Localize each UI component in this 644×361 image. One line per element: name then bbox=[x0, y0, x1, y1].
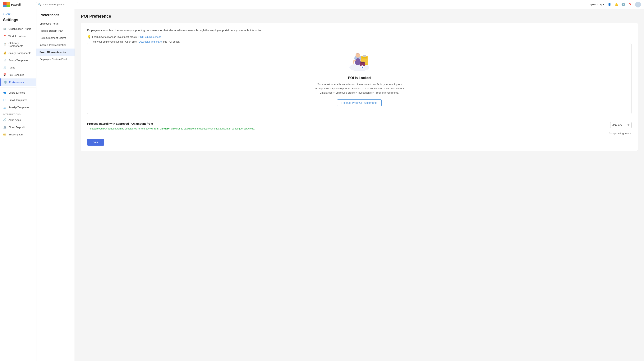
subscription-icon: 💳 bbox=[3, 133, 6, 136]
bell-icon[interactable]: 🔔 bbox=[614, 3, 618, 7]
back-link[interactable]: ‹ BACK bbox=[0, 12, 36, 17]
topnav: Payroll 🔍 ▾ Zylker Corp ▾ 👤 🔔 ⚙️ ❓ bbox=[0, 0, 644, 9]
learn-icon: 💡 bbox=[87, 35, 91, 39]
sidebar-item-zoho-apps[interactable]: 🔗 Zoho Apps bbox=[0, 116, 36, 124]
learn-text: Learn how to manage investment proofs. bbox=[92, 36, 138, 38]
sidebar-item-users-roles[interactable]: 👥 Users & Roles bbox=[0, 89, 36, 96]
sidebar-divider bbox=[0, 87, 36, 88]
zoho-apps-icon: 🔗 bbox=[3, 118, 6, 122]
direct-deposit-icon: 🏦 bbox=[3, 125, 6, 129]
poi-illustration bbox=[348, 51, 371, 72]
integrations-label: INTEGRATIONS bbox=[0, 111, 36, 116]
email-icon: ✉️ bbox=[3, 98, 6, 102]
sidebar-item-salary-components[interactable]: 💰 Salary Components bbox=[0, 49, 36, 57]
process-green-text: The approved POI amount will be consider… bbox=[87, 127, 606, 131]
sidebar-label-users-roles: Users & Roles bbox=[8, 91, 25, 94]
sidebar-item-direct-deposit[interactable]: 🏦 Direct Deposit bbox=[0, 124, 36, 131]
gear-icon[interactable]: ⚙️ bbox=[622, 3, 625, 7]
sidebar-item-statutory-components[interactable]: 📋 Statutory Components bbox=[0, 40, 36, 49]
svg-rect-8 bbox=[363, 55, 366, 57]
sidebar: ‹ BACK Settings 🏢 Organisation Profile 📍… bbox=[0, 9, 36, 361]
mid-panel-title: Preferences bbox=[36, 13, 74, 20]
process-payroll-section: Process payroll with approved POI amount… bbox=[87, 118, 632, 146]
back-arrow-icon: ‹ bbox=[3, 12, 4, 15]
sidebar-item-preferences[interactable]: ⚙️ Preferences bbox=[0, 79, 36, 86]
mid-item-flexible-benefit-plan[interactable]: Flexible Benefit Plan bbox=[36, 27, 74, 34]
sidebar-label-salary-components: Salary Components bbox=[8, 52, 31, 55]
payslip-icon: 🧾 bbox=[3, 106, 6, 109]
app-title: Payroll bbox=[11, 3, 21, 6]
sidebar-item-pay-schedule[interactable]: 📅 Pay Schedule bbox=[0, 71, 36, 79]
avatar[interactable] bbox=[635, 2, 641, 8]
sidebar-label-taxes: Taxes bbox=[8, 66, 15, 69]
sidebar-item-work-locations[interactable]: 📍 Work Locations bbox=[0, 33, 36, 40]
salary-comp-icon: 💰 bbox=[3, 51, 6, 55]
sidebar-label-statutory-components: Statutory Components bbox=[8, 42, 33, 47]
sidebar-label-work-locations: Work Locations bbox=[8, 35, 26, 38]
search-input[interactable] bbox=[45, 3, 76, 6]
preferences-icon: ⚙️ bbox=[4, 80, 7, 84]
svg-rect-6 bbox=[362, 59, 368, 59]
sidebar-label-pay-schedule: Pay Schedule bbox=[8, 74, 24, 76]
sidebar-label-payslip-templates: Payslip Templates bbox=[8, 106, 29, 109]
nav-right: Zylker Corp ▾ 👤 🔔 ⚙️ ❓ bbox=[590, 2, 641, 8]
help-text: Help your employees submit POI on time. bbox=[92, 40, 138, 43]
content-area: POI Preference Employees can submit the … bbox=[75, 9, 644, 361]
process-title: Process payroll with approved POI amount… bbox=[87, 122, 606, 125]
main-card: Employees can submit the necessary suppo… bbox=[81, 23, 638, 151]
sidebar-label-preferences: Preferences bbox=[9, 81, 24, 84]
chevron-down-icon: ▾ bbox=[603, 3, 604, 6]
company-name: Zylker Corp bbox=[590, 3, 602, 6]
svg-rect-5 bbox=[362, 57, 368, 58]
download-share-link[interactable]: Download and share bbox=[139, 40, 162, 43]
save-button[interactable]: Save bbox=[87, 139, 104, 146]
statutory-icon: 📋 bbox=[3, 43, 6, 46]
company-selector[interactable]: Zylker Corp ▾ bbox=[590, 3, 604, 6]
location-icon: 📍 bbox=[3, 34, 6, 38]
mid-item-proof-of-investments[interactable]: Proof Of Investments bbox=[36, 49, 74, 56]
main-layout: ‹ BACK Settings 🏢 Organisation Profile 📍… bbox=[0, 9, 644, 361]
help-suffix: this POI ebook. bbox=[163, 40, 180, 43]
sidebar-label-zoho-apps: Zoho Apps bbox=[8, 119, 21, 121]
sidebar-item-salary-templates[interactable]: 📄 Salary Templates bbox=[0, 57, 36, 64]
back-label: BACK bbox=[5, 13, 12, 15]
sidebar-item-taxes[interactable]: 🧾 Taxes bbox=[0, 64, 36, 71]
pay-schedule-icon: 📅 bbox=[3, 73, 6, 77]
taxes-icon: 🧾 bbox=[3, 66, 6, 69]
sidebar-title: Settings bbox=[0, 17, 36, 25]
process-right: January February March April May June Ju… bbox=[610, 122, 632, 128]
release-poi-button[interactable]: Release Proof Of Investments bbox=[337, 99, 382, 106]
sidebar-label-organisation-profile: Organisation Profile bbox=[8, 28, 31, 30]
poi-card-desc: You are yet to enable submission of inve… bbox=[314, 82, 406, 95]
salary-tmpl-icon: 📄 bbox=[3, 59, 6, 62]
month-select[interactable]: January February March April May June Ju… bbox=[610, 122, 632, 128]
organisation-icon: 🏢 bbox=[3, 27, 6, 31]
mid-item-employee-portal[interactable]: Employee Portal bbox=[36, 20, 74, 27]
mid-item-reimbursement-claims[interactable]: Reimbursement Claims bbox=[36, 34, 74, 42]
help-icon[interactable]: ❓ bbox=[628, 3, 632, 7]
sidebar-item-organisation-profile[interactable]: 🏢 Organisation Profile bbox=[0, 25, 36, 33]
sidebar-item-subscription[interactable]: 💳 Subscription bbox=[0, 131, 36, 138]
sidebar-item-payslip-templates[interactable]: 🧾 Payslip Templates bbox=[0, 104, 36, 111]
mid-item-employee-custom-field[interactable]: Employee Custom Field bbox=[36, 56, 74, 63]
process-left: Process payroll with approved POI amount… bbox=[87, 122, 606, 131]
help-row: Help your employees submit POI on time. … bbox=[87, 40, 632, 43]
people-icon[interactable]: 👤 bbox=[608, 3, 612, 7]
for-upcoming-text: for upcoming years. bbox=[87, 132, 632, 135]
svg-rect-12 bbox=[362, 67, 363, 68]
svg-rect-10 bbox=[361, 62, 364, 63]
search-filter[interactable]: ▾ bbox=[42, 3, 44, 6]
search-bar[interactable]: 🔍 ▾ bbox=[36, 2, 78, 7]
poi-locked-card: POI is Locked You are yet to enable subm… bbox=[87, 43, 632, 114]
poi-help-link[interactable]: POI Help Document bbox=[138, 36, 161, 38]
description-text: Employees can submit the necessary suppo… bbox=[87, 28, 632, 33]
process-row: Process payroll with approved POI amount… bbox=[87, 122, 632, 131]
green-highlight: January bbox=[160, 127, 170, 130]
zoho-logo bbox=[3, 2, 10, 7]
mid-item-income-tax-declaration[interactable]: Income Tax Declaration bbox=[36, 42, 74, 49]
search-icon: 🔍 bbox=[38, 3, 42, 6]
poi-card-title: POI is Locked bbox=[92, 76, 627, 80]
sidebar-item-email-templates[interactable]: ✉️ Email Templates bbox=[0, 96, 36, 104]
green-suffix: onwards to calculate and deduct income t… bbox=[171, 127, 254, 130]
users-icon: 👥 bbox=[3, 91, 6, 94]
